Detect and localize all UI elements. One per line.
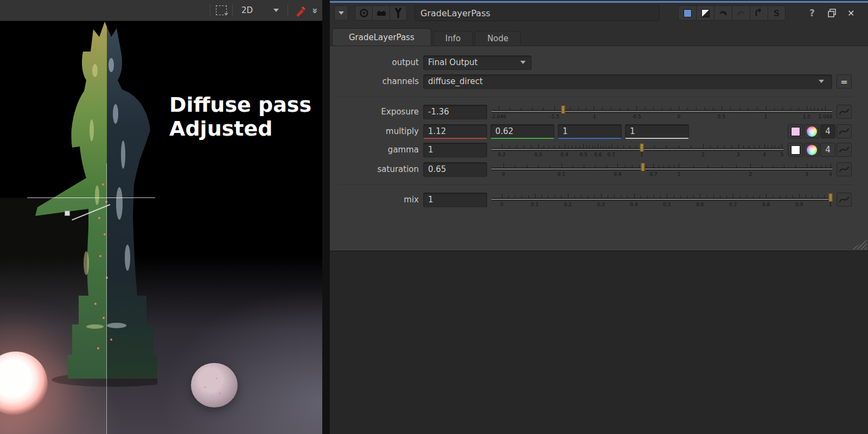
mix-slider[interactable]: 00.10.20.30.40.50.60.70.80.91 [492, 191, 832, 208]
saturation-curve-button[interactable] [837, 162, 852, 176]
roi-icon[interactable] [216, 5, 227, 15]
undo-button[interactable] [714, 5, 732, 21]
slider-tick-label: 0.3 [534, 152, 542, 157]
multiply-alpha-field[interactable]: 1 [625, 124, 689, 139]
saturation-slider[interactable]: 00.10.40.71234 [492, 161, 832, 178]
float-panel-icon[interactable] [828, 9, 837, 17]
output-dropdown[interactable]: Final Output [423, 55, 532, 70]
slider-tick [743, 145, 744, 148]
mix-field[interactable]: 1 [423, 193, 487, 207]
slider-tick [617, 163, 618, 168]
slider-tick [621, 195, 621, 198]
gamma-slider[interactable]: 0.20.30.40.50.60.712345 [492, 141, 783, 158]
slider-tick-label: 0.3 [597, 202, 604, 207]
script-button[interactable]: S [768, 5, 786, 21]
gamma-field[interactable]: 1 [423, 143, 487, 157]
slider-tick [584, 165, 584, 168]
channels-dropdown[interactable]: diffuse_direct [423, 74, 832, 89]
close-icon[interactable]: ✕ [847, 8, 854, 18]
multiply-curve-button[interactable] [837, 124, 852, 138]
channel-equals-button[interactable]: = [837, 74, 852, 88]
eyedropper-icon[interactable] [293, 3, 308, 17]
blue-square-icon [684, 9, 692, 17]
slider-track[interactable] [492, 198, 832, 201]
slider-tick [601, 145, 601, 148]
mix-curve-button[interactable] [837, 193, 852, 207]
collapse-chevrons-icon[interactable]: » [310, 8, 321, 13]
slider-track[interactable] [492, 110, 832, 113]
node-name-field[interactable]: GradeLayerPass [414, 5, 660, 21]
slider-tick [666, 145, 667, 148]
slider-tick [754, 145, 755, 148]
slider-handle[interactable] [561, 105, 565, 114]
split-layout-button[interactable] [696, 5, 714, 21]
slider-handle[interactable] [641, 163, 645, 171]
slider-tick-label: 0.2 [498, 152, 506, 157]
tab-gradelayerpass[interactable]: GradeLayerPass [332, 28, 431, 46]
center-node-button[interactable] [355, 5, 372, 21]
saturation-field[interactable]: 0.65 [423, 162, 487, 177]
slider-tick [515, 165, 515, 168]
slider-tick [645, 107, 646, 110]
color-wheel-icon [807, 145, 817, 155]
slider-handle[interactable] [828, 193, 832, 202]
slider-tick [572, 145, 572, 148]
gamma-color-swatch[interactable] [788, 143, 803, 157]
multiply-red-field[interactable]: 1.12 [423, 124, 487, 139]
slider-tick [614, 195, 615, 198]
slider-tick [576, 145, 576, 148]
panel-color-button[interactable] [678, 5, 696, 21]
slider-tick [814, 107, 815, 110]
slider-tick [766, 106, 767, 110]
pane-divider[interactable] [322, 0, 330, 434]
wipe-handle[interactable] [65, 210, 70, 216]
slider-handle[interactable] [640, 143, 644, 152]
tab-node[interactable]: Node [475, 31, 521, 46]
wipe-crosshair-horizontal[interactable] [27, 197, 155, 198]
properties-panel: GradeLayerPass [330, 0, 868, 251]
slider-tick [816, 165, 816, 168]
slider-tick [674, 195, 674, 198]
multiply-channel-count-button[interactable]: 4 [820, 124, 835, 138]
split-square-icon [701, 9, 710, 17]
gamma-channel-count-button[interactable]: 4 [820, 143, 835, 157]
wipe-crosshair-vertical[interactable] [106, 163, 107, 434]
gamma-curve-button[interactable] [837, 143, 852, 157]
settings-button[interactable] [390, 5, 407, 21]
multiply-blue-field[interactable]: 1 [558, 124, 622, 139]
slider-tick [807, 163, 807, 168]
gamma-color-picker[interactable] [804, 143, 819, 157]
multiply-green-field[interactable]: 0.62 [490, 124, 554, 139]
slider-tick [826, 165, 826, 168]
revert-button[interactable] [750, 5, 768, 21]
channels-value: diffuse_direct [428, 76, 483, 86]
multiply-color-swatch[interactable] [788, 124, 803, 138]
slider-track[interactable] [492, 168, 832, 170]
help-button[interactable]: ? [809, 8, 815, 18]
redo-button[interactable] [732, 5, 750, 21]
view-mode-dropdown[interactable]: 2D [238, 5, 282, 15]
slider-tick [636, 145, 636, 148]
slider-tick [824, 195, 825, 198]
slider-tick [775, 145, 775, 148]
viewer-toolbar: 2D » [0, 0, 322, 21]
slider-tick [583, 144, 584, 148]
exposure-slider[interactable]: -2.046-1.5-1-0.500.511.52.048 [492, 103, 832, 120]
multiply-color-picker[interactable] [804, 124, 819, 138]
slider-track[interactable] [492, 148, 783, 151]
viewer-image[interactable]: Diffuse pass Adjusted [0, 21, 322, 434]
slider-tick [818, 195, 819, 198]
node-menu-button[interactable] [334, 5, 348, 21]
slider-tick [578, 107, 579, 110]
slider-tick [541, 195, 542, 198]
tab-info[interactable]: Info [433, 31, 473, 46]
exposure-curve-button[interactable] [837, 105, 852, 119]
slider-tick-label: -2.046 [490, 114, 506, 119]
slider-tick [646, 165, 647, 168]
slider-tick-label: 0.9 [795, 202, 803, 207]
slider-tick [722, 165, 723, 168]
slider-tick [538, 144, 539, 148]
exposure-field[interactable]: -1.36 [423, 105, 487, 119]
postage-stamp-button[interactable] [372, 5, 390, 21]
slider-tick [595, 165, 596, 168]
